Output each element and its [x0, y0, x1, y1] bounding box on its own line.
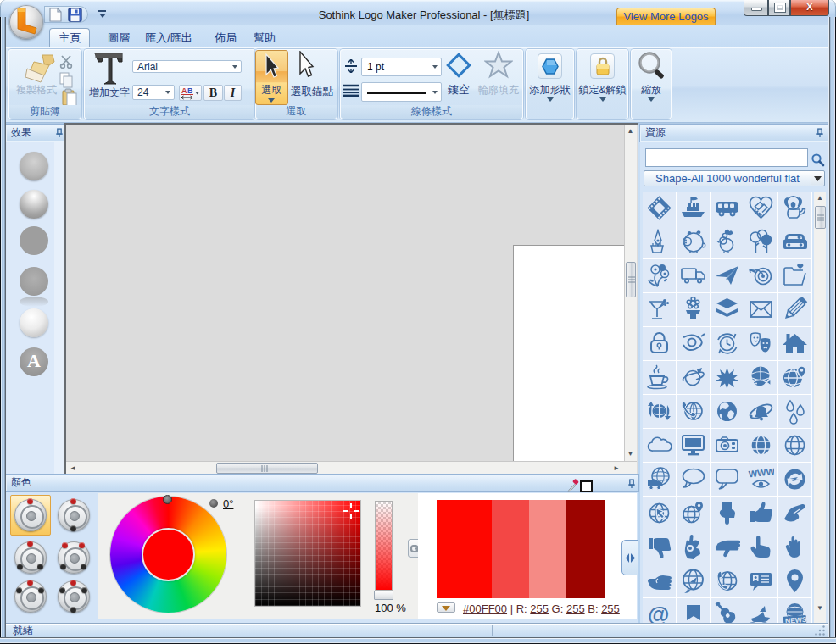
svg-text:B: B	[187, 86, 193, 95]
svg-text:A: A	[181, 86, 187, 95]
svg-text:WWW: WWW	[748, 466, 774, 479]
